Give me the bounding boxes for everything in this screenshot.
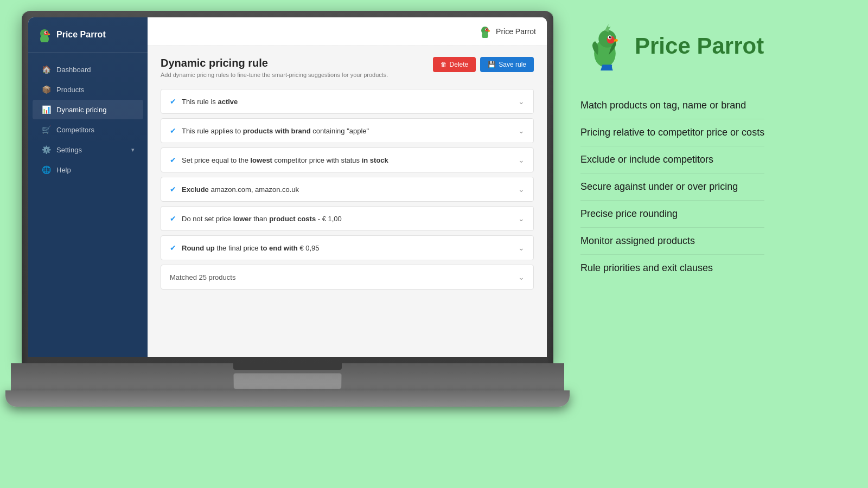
- delete-label: Delete: [450, 61, 469, 68]
- chevron-round-up[interactable]: ⌄: [518, 243, 525, 252]
- rule-row-round-up: ✔ Round up the final price to end with €…: [161, 236, 533, 260]
- topbar-brand: Price Parrot: [478, 25, 536, 38]
- sidebar-item-settings[interactable]: ⚙️ Settings ▾: [33, 140, 143, 159]
- nav-icon-dashboard: 🏠: [41, 65, 51, 74]
- sidebar-logo-text: Price Parrot: [56, 30, 106, 40]
- sidebar-item-dynamic-pricing[interactable]: 📊 Dynamic pricing: [33, 100, 143, 119]
- feature-item: Pricing relative to competitor price or …: [580, 119, 764, 146]
- svg-point-4: [609, 36, 612, 39]
- trash-icon: 🗑: [441, 61, 447, 68]
- save-icon: 💾: [488, 61, 496, 68]
- header-actions: 🗑 Delete 💾 Save rule: [433, 57, 534, 72]
- page-header: Dynamic pricing rule Add dynamic pricing…: [161, 57, 534, 78]
- feature-item: Precise price rounding: [580, 201, 764, 228]
- page-subtitle: Add dynamic pricing rules to fine-tune t…: [161, 72, 388, 78]
- laptop-bottom-base: [5, 390, 570, 407]
- page-content: Dynamic pricing rule Add dynamic pricing…: [148, 46, 547, 300]
- rule-left-active: ✔ This rule is active: [170, 97, 238, 106]
- chevron-exclude[interactable]: ⌄: [518, 185, 525, 194]
- save-rule-button[interactable]: 💾 Save rule: [480, 57, 534, 72]
- sidebar-nav: 🏠 Dashboard 📦 Products 📊 Dynamic pricing…: [28, 53, 148, 357]
- svg-point-15: [486, 29, 487, 30]
- matched-chevron-icon[interactable]: ⌄: [518, 273, 525, 281]
- sidebar-item-dashboard[interactable]: 🏠 Dashboard: [33, 60, 143, 79]
- nav-label-dynamic-pricing: Dynamic pricing: [56, 106, 106, 114]
- topbar-brand-text: Price Parrot: [496, 27, 536, 36]
- rule-card-round-up: ✔ Round up the final price to end with €…: [161, 235, 534, 260]
- check-icon-price-set: ✔: [170, 156, 176, 164]
- right-panel: Price Parrot Match products on tag, name…: [553, 0, 868, 488]
- check-icon-applies-to: ✔: [170, 126, 176, 135]
- nav-label-products: Products: [56, 86, 84, 94]
- rule-card-exclude: ✔ Exclude amazon.com, amazon.co.uk ⌄: [161, 177, 534, 202]
- laptop-hinge: [233, 363, 342, 370]
- nav-icon-help: 🌐: [41, 165, 51, 174]
- page-title: Dynamic pricing rule: [161, 57, 388, 69]
- feature-item: Exclude or include competitors: [580, 146, 764, 174]
- rule-text-active: This rule is active: [182, 98, 238, 106]
- chevron-min-price[interactable]: ⌄: [518, 214, 525, 223]
- matched-products-text: Matched 25 products: [170, 273, 235, 281]
- sidebar: Price Parrot 🏠 Dashboard 📦 Products 📊 Dy…: [28, 17, 148, 357]
- right-logo-area: Price Parrot: [580, 22, 764, 70]
- check-icon-min-price: ✔: [170, 214, 176, 223]
- feature-item: Rule priorities and exit clauses: [580, 255, 764, 281]
- check-icon-active: ✔: [170, 97, 176, 106]
- rule-text-price-set: Set price equal to the lowest competitor…: [182, 156, 388, 164]
- rule-row-applies-to: ✔ This rule applies to products with bra…: [161, 119, 533, 143]
- rule-text-applies-to: This rule applies to products with brand…: [182, 127, 369, 135]
- feature-item: Match products on tag, name or brand: [580, 92, 764, 119]
- page-header-left: Dynamic pricing rule Add dynamic pricing…: [161, 57, 388, 78]
- nav-icon-settings: ⚙️: [41, 145, 51, 154]
- nav-icon-products: 📦: [41, 85, 51, 94]
- sidebar-item-competitors[interactable]: 🛒 Competitors: [33, 120, 143, 139]
- laptop-container: Price Parrot 🏠 Dashboard 📦 Products 📊 Dy…: [22, 11, 575, 477]
- rule-left-applies-to: ✔ This rule applies to products with bra…: [170, 126, 369, 135]
- rule-text-min-price: Do not set price lower than product cost…: [182, 215, 342, 223]
- laptop-bezel: Price Parrot 🏠 Dashboard 📦 Products 📊 Dy…: [28, 17, 547, 357]
- delete-button[interactable]: 🗑 Delete: [433, 57, 476, 72]
- nav-icon-dynamic-pricing: 📊: [41, 105, 51, 114]
- laptop-shell: Price Parrot 🏠 Dashboard 📦 Products 📊 Dy…: [22, 11, 553, 363]
- rule-left-price-set: ✔ Set price equal to the lowest competit…: [170, 156, 388, 164]
- rule-card-min-price: ✔ Do not set price lower than product co…: [161, 206, 534, 231]
- chevron-applies-to[interactable]: ⌄: [518, 126, 525, 135]
- sidebar-item-products[interactable]: 📦 Products: [33, 80, 143, 99]
- check-icon-round-up: ✔: [170, 243, 176, 252]
- rule-left-round-up: ✔ Round up the final price to end with €…: [170, 243, 320, 252]
- rule-row-active: ✔ This rule is active ⌄: [161, 89, 533, 113]
- chevron-price-set[interactable]: ⌄: [518, 156, 525, 164]
- rule-row-min-price: ✔ Do not set price lower than product co…: [161, 207, 533, 230]
- feature-list: Match products on tag, name or brandPric…: [580, 92, 764, 281]
- save-label: Save rule: [499, 61, 526, 68]
- rule-card-price-set: ✔ Set price equal to the lowest competit…: [161, 147, 534, 172]
- nav-icon-competitors: 🛒: [41, 125, 51, 134]
- parrot-logo-icon: [580, 22, 629, 70]
- topbar: Price Parrot: [148, 17, 547, 46]
- topbar-parrot-icon: [478, 25, 492, 38]
- right-title: Price Parrot: [635, 34, 764, 59]
- svg-point-5: [610, 36, 611, 37]
- chevron-active[interactable]: ⌄: [518, 97, 525, 106]
- check-icon-exclude: ✔: [170, 185, 176, 194]
- rule-left-exclude: ✔ Exclude amazon.com, amazon.co.uk: [170, 185, 299, 194]
- rule-row-price-set: ✔ Set price equal to the lowest competit…: [161, 148, 533, 172]
- rule-card-applies-to: ✔ This rule applies to products with bra…: [161, 118, 534, 143]
- nav-label-help: Help: [56, 166, 71, 174]
- sidebar-logo: Price Parrot: [28, 17, 148, 53]
- feature-item: Monitor assigned products: [580, 228, 764, 255]
- laptop-touchpad: [233, 373, 342, 389]
- rule-text-round-up: Round up the final price to end with € 0…: [182, 244, 320, 252]
- rule-row-exclude: ✔ Exclude amazon.com, amazon.co.uk ⌄: [161, 177, 533, 201]
- nav-label-competitors: Competitors: [56, 126, 94, 134]
- laptop-screen: Price Parrot 🏠 Dashboard 📦 Products 📊 Dy…: [28, 17, 547, 357]
- chevron-icon-settings: ▾: [131, 146, 135, 153]
- rule-card-active: ✔ This rule is active ⌄: [161, 89, 534, 114]
- nav-label-dashboard: Dashboard: [56, 66, 91, 74]
- rule-text-exclude: Exclude amazon.com, amazon.co.uk: [182, 185, 299, 194]
- sidebar-item-help[interactable]: 🌐 Help: [33, 160, 143, 179]
- matched-products-row: Matched 25 products ⌄: [161, 265, 533, 289]
- nav-label-settings: Settings: [56, 146, 126, 154]
- sidebar-parrot-icon: [37, 27, 52, 42]
- feature-item: Secure against under or over pricing: [580, 174, 764, 201]
